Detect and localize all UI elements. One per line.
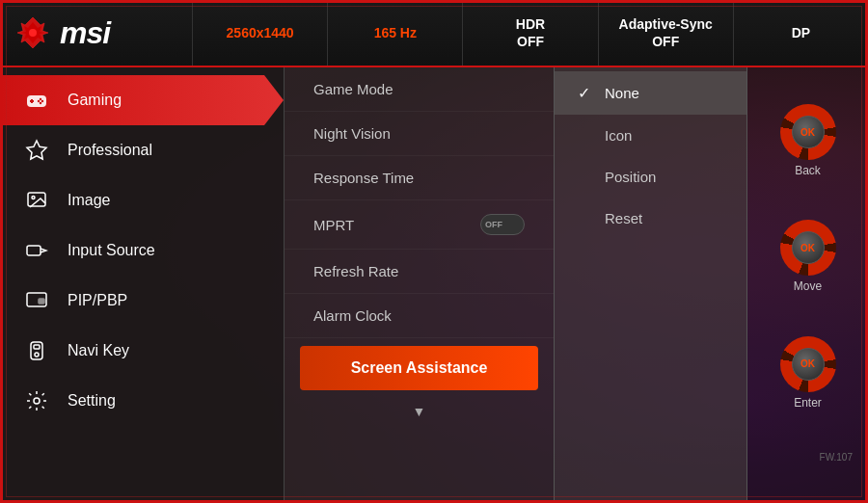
content-area: Gaming Professional Im <box>0 67 868 503</box>
mprt-toggle-label: OFF <box>481 220 502 229</box>
move-label: Move <box>794 279 822 293</box>
sidebar-item-pip-pbp-label: PIP/PBP <box>68 292 127 309</box>
navi-icon <box>23 337 50 364</box>
msi-dragon-icon <box>15 15 50 50</box>
sidebar-item-navi-key[interactable]: Navi Key <box>0 326 284 376</box>
menu-item-mprt-label: MPRT <box>313 217 354 233</box>
svg-rect-5 <box>30 100 34 102</box>
image-icon <box>23 187 50 214</box>
gamepad-icon <box>23 87 50 114</box>
check-icon: ✓ <box>578 84 593 102</box>
refresh-rate-value: 165 Hz <box>374 24 417 41</box>
main-container: msi 2560x1440 165 Hz HDROFF Adaptive-Syn… <box>0 0 868 503</box>
enter-button-ring: OK <box>780 336 836 392</box>
enter-label: Enter <box>794 396 822 410</box>
back-ok-text: OK <box>800 127 815 138</box>
back-ring-inner: OK <box>792 116 825 148</box>
input-icon <box>23 237 50 264</box>
dropdown-panel: ✓ None Icon Position Reset <box>555 67 747 503</box>
svg-point-19 <box>34 398 40 404</box>
fw-version: FW.107 <box>820 452 853 463</box>
gear-icon <box>23 387 50 414</box>
menu-item-night-vision[interactable]: Night Vision <box>285 112 554 156</box>
svg-point-6 <box>40 98 41 100</box>
dropdown-item-reset-label: Reset <box>605 210 642 226</box>
enter-ok-text: OK <box>800 358 815 369</box>
dropdown-item-none[interactable]: ✓ None <box>555 71 746 115</box>
resolution-value: 2560x1440 <box>227 24 294 41</box>
middle-panel: Game Mode Night Vision Response Time MPR… <box>285 67 555 503</box>
menu-item-response-time-label: Response Time <box>313 170 414 186</box>
header: msi 2560x1440 165 Hz HDROFF Adaptive-Syn… <box>0 0 868 67</box>
sidebar: Gaming Professional Im <box>0 67 285 503</box>
menu-item-mprt[interactable]: MPRT OFF <box>285 200 554 250</box>
controls-panel: OK Back OK Move OK <box>747 67 868 503</box>
menu-item-game-mode[interactable]: Game Mode <box>285 67 554 112</box>
dropdown-item-icon-label: Icon <box>605 127 632 144</box>
dropdown-item-icon[interactable]: Icon <box>555 115 746 156</box>
move-ok-text: OK <box>800 243 815 253</box>
svg-point-9 <box>40 102 41 104</box>
sidebar-item-pip-pbp[interactable]: PIP/PBP <box>0 276 284 326</box>
adaptive-sync-value: Adaptive-SyncOFF <box>619 15 713 50</box>
sidebar-item-image-label: Image <box>68 192 110 209</box>
menu-item-screen-assistance-label: Screen Assistance <box>351 359 488 377</box>
sidebar-item-gaming-label: Gaming <box>68 92 122 109</box>
dropdown-item-none-label: None <box>605 85 639 101</box>
menu-item-response-time[interactable]: Response Time <box>285 156 554 200</box>
sidebar-item-setting-label: Setting <box>68 392 116 410</box>
back-button-ring: OK <box>780 104 836 160</box>
brand-name: msi <box>60 15 110 51</box>
adaptive-sync-stat[interactable]: Adaptive-SyncOFF <box>599 0 734 66</box>
scroll-down-arrow[interactable]: ▼ <box>285 398 554 425</box>
back-label: Back <box>795 164 821 177</box>
sidebar-item-gaming[interactable]: Gaming <box>0 75 284 125</box>
pip-icon <box>23 287 50 314</box>
sidebar-item-image[interactable]: Image <box>0 175 284 225</box>
svg-point-12 <box>32 197 35 199</box>
svg-point-8 <box>38 100 40 102</box>
back-button[interactable]: OK Back <box>780 104 836 177</box>
sidebar-item-setting[interactable]: Setting <box>0 376 284 426</box>
port-stat[interactable]: DP <box>734 0 868 66</box>
svg-point-18 <box>35 353 39 357</box>
resolution-stat[interactable]: 2560x1440 <box>193 0 328 66</box>
menu-item-game-mode-label: Game Mode <box>313 81 393 97</box>
refresh-rate-stat[interactable]: 165 Hz <box>328 0 463 66</box>
hdr-value: HDROFF <box>516 15 545 50</box>
menu-item-alarm-clock-label: Alarm Clock <box>313 307 392 324</box>
header-stats: 2560x1440 165 Hz HDROFF Adaptive-SyncOFF… <box>193 0 868 66</box>
svg-point-7 <box>41 100 43 102</box>
enter-ring-inner: OK <box>792 348 825 381</box>
menu-item-screen-assistance[interactable]: Screen Assistance <box>300 346 538 390</box>
svg-rect-11 <box>28 193 45 206</box>
sidebar-item-professional[interactable]: Professional <box>0 125 284 175</box>
dropdown-item-position[interactable]: Position <box>555 156 746 198</box>
sidebar-item-input-source-label: Input Source <box>68 242 155 259</box>
enter-button[interactable]: OK Enter <box>780 336 836 410</box>
menu-item-refresh-rate[interactable]: Refresh Rate <box>285 250 554 294</box>
menu-item-alarm-clock[interactable]: Alarm Clock <box>285 294 554 338</box>
dropdown-item-reset[interactable]: Reset <box>555 198 746 239</box>
menu-item-refresh-rate-label: Refresh Rate <box>313 263 398 279</box>
svg-point-2 <box>29 29 37 37</box>
svg-rect-15 <box>39 299 44 304</box>
sidebar-item-professional-label: Professional <box>68 142 152 159</box>
move-button-ring: OK <box>780 220 836 276</box>
svg-rect-17 <box>34 345 40 349</box>
svg-rect-13 <box>27 246 41 255</box>
menu-item-night-vision-label: Night Vision <box>313 125 391 142</box>
move-ring-inner: OK <box>792 231 825 264</box>
move-button[interactable]: OK Move <box>780 220 836 293</box>
hdr-stat[interactable]: HDROFF <box>463 0 598 66</box>
dropdown-item-position-label: Position <box>605 169 656 185</box>
mprt-toggle[interactable]: OFF <box>480 214 525 235</box>
sidebar-item-input-source[interactable]: Input Source <box>0 225 284 276</box>
sidebar-item-navi-key-label: Navi Key <box>68 342 129 359</box>
logo-area: msi <box>0 0 193 66</box>
star-icon <box>23 137 50 164</box>
svg-marker-10 <box>27 141 46 159</box>
port-value: DP <box>792 24 810 41</box>
